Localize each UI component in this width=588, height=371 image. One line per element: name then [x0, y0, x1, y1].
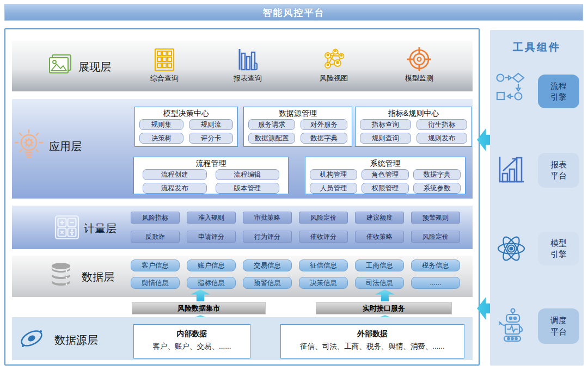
internal-data-box: 内部数据 客户、账户、交易、......: [133, 324, 250, 358]
external-data-desc: 征信、司法、工商、税务、舆情、消费、......: [281, 342, 464, 351]
group-model-decision-center: 模型决策中心 规则集 规则流 决策树 评分卡: [134, 107, 238, 147]
app-button: 系统参数: [413, 183, 461, 194]
data-button: 预警信息: [243, 277, 292, 289]
banner-title: 智能风控平台: [263, 7, 325, 19]
data-button: 决策信息: [299, 277, 348, 289]
app-button: 流程发布: [143, 183, 207, 194]
bar-label: 实时接口服务: [363, 304, 405, 313]
sidebar-item-model-engine: 模型引擎: [538, 232, 579, 265]
external-data-box: 外部数据 征信、司法、工商、税务、舆情、消费、......: [280, 324, 464, 358]
datasource-layer-label: 数据源层: [54, 333, 98, 348]
measure-button: 风险定价: [411, 231, 460, 243]
application-layer-label: 应用层: [49, 139, 82, 154]
group-indicator-rule-center: 指标&规则中心 指标查询 衍生指标 规则查询 规则发布: [355, 107, 472, 147]
measure-button: 风险指标: [131, 212, 180, 224]
bar-chart-icon: [215, 47, 280, 72]
network-icon: [301, 47, 366, 72]
robot-icon: [497, 308, 528, 344]
group-buttons: 机构管理 角色管理 数据字典 人员管理 权限管理 系统参数: [310, 169, 461, 194]
galaxy-icon: [19, 326, 45, 350]
app-button: 评分卡: [189, 133, 233, 144]
measure-button: 建议额度: [355, 212, 404, 224]
presentation-item-label: 风险视图: [301, 73, 366, 83]
app-button: 决策树: [139, 133, 183, 144]
group-title: 模型决策中心: [139, 108, 233, 118]
sidebar-item-label: 调度平台: [549, 315, 568, 337]
banner: 智能风控平台: [4, 4, 583, 21]
group-datasource-mgmt: 数据源管理 服务请求 对外服务 数据源配置 数据字典: [243, 107, 352, 147]
measure-button: 催收评分: [299, 231, 348, 243]
data-button: ......: [411, 277, 460, 289]
measure-button: 行为评分: [243, 231, 292, 243]
app-button: 数据字典: [413, 169, 461, 180]
data-buttons: 客户信息 账户信息 交易信息 征信信息 工商信息 税务信息 舆情信息 指标信息 …: [131, 259, 460, 289]
app-button: 规则集: [139, 119, 183, 130]
data-button: 工商信息: [355, 259, 404, 271]
grid-icon: [132, 47, 197, 72]
app-button: 流程创建: [143, 169, 207, 180]
app-button: 数据字典: [301, 133, 347, 144]
sidebar-item-report-platform: 报表平台: [538, 153, 579, 188]
group-buttons: 流程创建 流程编辑 流程发布 版本管理: [138, 169, 284, 194]
data-button: 账户信息: [187, 259, 236, 271]
measure-button: 风险定价: [299, 212, 348, 224]
data-layer-label: 数据层: [82, 270, 114, 285]
calculator-icon: [54, 215, 79, 240]
sidebar-item-schedule-platform: 调度平台: [538, 308, 579, 344]
data-button: 舆情信息: [131, 277, 180, 289]
group-title: 流程管理: [138, 158, 284, 168]
measure-button: 申请评分: [187, 231, 236, 243]
group-buttons: 规则集 规则流 决策树 评分卡: [139, 119, 233, 144]
data-button: 征信信息: [299, 259, 348, 271]
tools-sidebar-title: 工具组件: [490, 40, 584, 54]
app-button: 机构管理: [310, 169, 357, 180]
measurement-buttons: 风险指标 准入规则 审批策略 风险定价 建议额度 预警规则 反欺诈 申请评分 行…: [131, 212, 460, 243]
app-button: 规则发布: [416, 133, 468, 144]
measure-button: 准入规则: [187, 212, 236, 224]
bulb-gear-icon: [13, 128, 45, 163]
app-button: 版本管理: [216, 183, 280, 194]
data-button: 司法信息: [355, 277, 404, 289]
bar-label: 风险数据集市: [177, 304, 220, 313]
data-button: 客户信息: [131, 259, 180, 271]
page: 智能风控平台 展现层 综合查询: [0, 0, 588, 371]
app-button: 角色管理: [362, 169, 409, 180]
data-button: 税务信息: [411, 259, 460, 271]
app-button: 权限管理: [362, 183, 409, 194]
risk-data-mart-bar: 风险数据集市: [132, 302, 266, 314]
sidebar-item-label: 流程引擎: [549, 81, 568, 103]
flowchart-icon: [495, 72, 527, 103]
presentation-item-label: 综合查询: [132, 73, 197, 83]
group-title: 系统管理: [310, 158, 461, 168]
database-icon: [48, 262, 74, 290]
group-buttons: 指标查询 衍生指标 规则查询 规则发布: [360, 119, 467, 144]
group-process-mgmt: 流程管理 流程创建 流程编辑 流程发布 版本管理: [133, 157, 289, 194]
presentation-item-monitor: 模型监测: [387, 47, 452, 83]
app-button: 指标查询: [360, 119, 411, 130]
group-title: 指标&规则中心: [360, 108, 467, 118]
app-button: 衍生指标: [416, 119, 468, 130]
report-chart-icon: [495, 154, 527, 186]
app-button: 服务请求: [248, 119, 295, 130]
internal-data-title: 内部数据: [134, 329, 250, 339]
data-button: 指标信息: [187, 277, 236, 289]
measure-button: 反欺诈: [131, 231, 180, 243]
target-icon: [387, 47, 452, 72]
app-button: 人员管理: [310, 183, 357, 194]
group-system-mgmt: 系统管理 机构管理 角色管理 数据字典 人员管理 权限管理 系统参数: [305, 157, 465, 194]
app-button: 流程编辑: [216, 169, 280, 180]
sidebar-item-label: 报表平台: [549, 159, 568, 182]
app-button: 数据源配置: [248, 133, 295, 144]
atom-icon: [494, 232, 528, 265]
measurement-layer-label: 计量层: [84, 221, 117, 236]
app-button: 规则查询: [360, 133, 411, 144]
data-button: 交易信息: [243, 259, 292, 271]
sidebar-item-label: 模型引擎: [549, 238, 568, 260]
group-buttons: 服务请求 对外服务 数据源配置 数据字典: [248, 119, 347, 144]
measure-button: 预警规则: [411, 212, 460, 224]
measure-button: 审批策略: [243, 212, 292, 224]
group-title: 数据源管理: [248, 108, 347, 118]
picture-icon: [47, 53, 73, 77]
presentation-item-report: 报表查询: [215, 47, 280, 83]
sidebar-item-process-engine: 流程引擎: [538, 75, 579, 108]
